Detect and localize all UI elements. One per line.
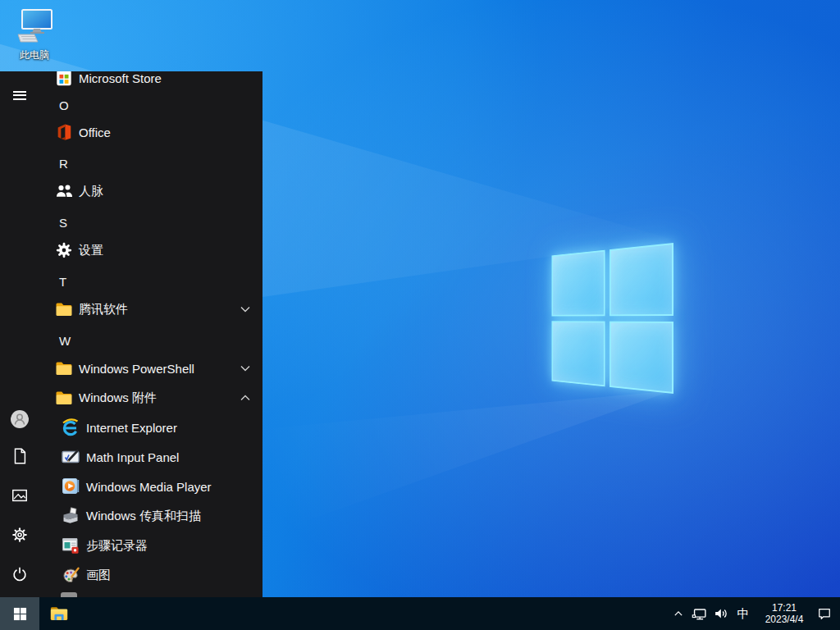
settings-button[interactable] — [0, 515, 39, 555]
tray-clock[interactable]: 17:21 2023/4/4 — [755, 602, 814, 625]
start-menu-section-w[interactable]: W — [39, 326, 262, 355]
microsoft-store-icon — [54, 71, 74, 88]
notification-icon — [816, 605, 833, 622]
windows-start-icon — [13, 607, 27, 621]
start-menu-section-o[interactable]: O — [39, 90, 262, 120]
steps-recorder-icon — [61, 536, 80, 555]
start-menu-section-s[interactable]: S — [39, 208, 262, 237]
this-pc-label: 此电脑 — [10, 48, 59, 62]
start-menu-item-label: 腾讯软件 — [79, 302, 128, 317]
pictures-button[interactable] — [0, 476, 39, 515]
start-menu-expand-button[interactable] — [0, 75, 39, 115]
paint-icon — [61, 565, 80, 585]
start-menu-item-windows-media-player[interactable]: Windows Media Player — [39, 472, 262, 501]
file-explorer-icon — [48, 603, 70, 624]
settings-icon — [54, 240, 74, 260]
start-menu-item-internet-explorer[interactable]: Internet Explorer — [39, 413, 262, 442]
internet-explorer-icon — [61, 418, 80, 437]
people-icon — [54, 181, 74, 201]
section-letter: O — [59, 98, 69, 112]
section-letter: R — [59, 157, 68, 171]
windows-logo-wallpaper — [552, 243, 673, 394]
documents-button[interactable] — [0, 436, 39, 476]
start-menu-item-label: 画图 — [86, 568, 111, 583]
start-button[interactable] — [0, 597, 39, 630]
logo-pane — [552, 250, 605, 316]
logo-pane — [609, 321, 673, 394]
office-icon — [54, 122, 74, 142]
chevron-up-icon — [670, 605, 687, 622]
start-menu-item-label: Windows 传真和扫描 — [86, 509, 201, 524]
start-menu-section-t[interactable]: T — [39, 267, 262, 296]
tray-date: 2023/4/4 — [756, 614, 812, 625]
action-center-button[interactable] — [814, 597, 835, 630]
start-menu-item-label: Internet Explorer — [86, 421, 177, 435]
documents-icon — [11, 447, 29, 465]
start-menu-item-label: Math Input Panel — [86, 450, 179, 464]
math-input-panel-icon — [61, 447, 80, 467]
folder-icon — [54, 388, 74, 408]
section-letter: S — [59, 216, 67, 230]
screen: 此电脑 — [0, 0, 840, 630]
windows-media-player-icon — [61, 477, 80, 496]
start-menu-item-label: 步骤记录器 — [86, 538, 148, 554]
tray-ime-indicator[interactable]: 中 — [732, 597, 755, 630]
this-pc-icon — [15, 33, 54, 47]
start-menu-item-tencent-software[interactable]: 腾讯软件 — [39, 294, 262, 324]
chevron-down-icon — [240, 363, 251, 374]
speaker-volume-icon — [712, 605, 730, 623]
start-menu-item-windows-fax-and-scan[interactable]: Windows 传真和扫描 — [39, 501, 262, 531]
start-menu-item-label: Windows PowerShell — [79, 362, 194, 376]
section-letter: T — [59, 275, 66, 289]
tray-network-button[interactable] — [689, 597, 710, 630]
logo-pane — [609, 243, 673, 316]
folder-icon — [54, 299, 74, 319]
start-menu-item-label: 设置 — [79, 243, 103, 258]
pictures-icon — [11, 486, 29, 504]
system-tray: 中 17:21 2023/4/4 — [668, 597, 840, 630]
desktop-icon-this-pc[interactable]: 此电脑 — [10, 8, 59, 62]
start-menu-item-windows-powershell[interactable]: Windows PowerShell — [39, 354, 262, 383]
hamburger-menu-icon — [13, 89, 26, 102]
start-menu-item-label: Microsoft Store — [79, 71, 162, 85]
start-menu: Microsoft Store O Office R — [0, 71, 262, 597]
start-menu-item-label: 人脉 — [79, 184, 103, 199]
start-menu-item-paint[interactable]: 画图 — [39, 560, 262, 590]
tray-volume-button[interactable] — [710, 597, 732, 630]
user-account-button[interactable] — [0, 399, 39, 439]
start-menu-item-label: Windows 附件 — [79, 390, 157, 406]
file-explorer-button[interactable] — [39, 597, 79, 630]
power-button[interactable] — [0, 555, 39, 594]
folder-icon — [54, 358, 74, 378]
chevron-down-icon — [240, 304, 251, 315]
start-menu-section-r[interactable]: R — [39, 148, 262, 178]
tray-time: 17:21 — [756, 602, 812, 614]
start-menu-item-windows-accessories[interactable]: Windows 附件 — [39, 383, 262, 413]
logo-pane — [552, 321, 605, 386]
start-menu-item-math-input-panel[interactable]: Math Input Panel — [39, 442, 262, 472]
start-menu-item-office[interactable]: Office — [39, 117, 262, 147]
start-menu-item-label: Office — [79, 126, 111, 139]
start-menu-item-label: Windows Media Player — [86, 480, 212, 494]
user-avatar-icon — [9, 409, 30, 430]
start-menu-item-steps-recorder[interactable]: 步骤记录器 — [39, 531, 262, 560]
settings-gear-icon — [11, 526, 29, 544]
network-ethernet-icon — [691, 605, 709, 623]
taskbar: 中 17:21 2023/4/4 — [0, 597, 840, 630]
chevron-up-icon — [240, 392, 251, 404]
power-icon — [11, 565, 29, 583]
section-letter: W — [59, 334, 71, 348]
start-menu-item-settings[interactable]: 设置 — [39, 235, 262, 265]
fax-and-scan-icon — [61, 506, 80, 526]
start-menu-item-people[interactable]: 人脉 — [39, 176, 262, 206]
tray-show-hidden-icons-button[interactable] — [668, 597, 689, 630]
